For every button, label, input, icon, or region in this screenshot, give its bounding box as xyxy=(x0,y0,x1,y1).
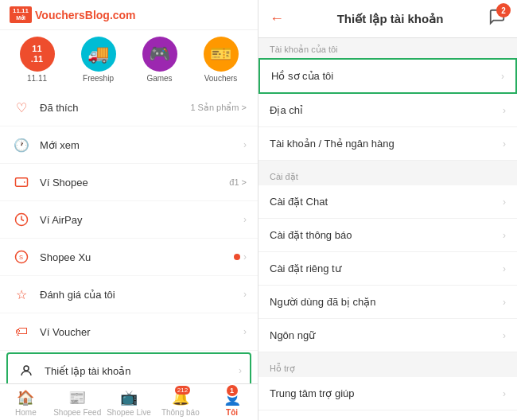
menu-rieng-tu[interactable]: Cài đặt riêng tư › xyxy=(258,252,517,286)
back-button[interactable]: ← xyxy=(270,10,284,27)
nav-live-label: Shopee Live xyxy=(107,408,151,417)
promo-1111[interactable]: 11.11 11.11 xyxy=(10,37,64,83)
promo-games-label: Games xyxy=(146,74,172,83)
nav-feed[interactable]: 📰 Shopee Feed xyxy=(52,387,103,418)
promo-freeship[interactable]: 🚚 Freeship xyxy=(71,37,126,83)
left-menu: ♡ Đã thích 1 Sản phẩm > 🕐 Mới xem › Ví S… xyxy=(0,89,258,383)
menu-vi-shopee[interactable]: Ví Shopee đ1 > xyxy=(0,164,258,201)
menu-vi-airpay[interactable]: Ví AirPay › xyxy=(0,201,258,239)
star-icon: ☆ xyxy=(11,284,32,305)
menu-moi-xem[interactable]: 🕐 Mới xem › xyxy=(0,126,258,164)
eleven-badge: 11.11 Mới xyxy=(10,6,32,23)
section-tai-khoan: Tài khoản của tôi Hồ sơ của tôi › Địa ch… xyxy=(258,38,517,161)
ngon-ngu-chevron: › xyxy=(503,330,506,341)
live-icon: 📺 xyxy=(120,389,138,406)
home-icon: 🏠 xyxy=(17,389,34,406)
right-panel: ← Thiết lập tài khoản 2 Tài khoản của tô… xyxy=(258,0,517,420)
section-cai-dat: Cài đặt Cài đặt Chat › Cài đặt thông báo… xyxy=(258,165,517,352)
thiet-lap-label: Thiết lập tài khoản xyxy=(45,365,239,377)
promo-vouchers[interactable]: 🎫 Vouchers xyxy=(193,37,248,83)
ngon-ngu-label: Ngôn ngữ xyxy=(270,329,503,341)
menu-danh-gia[interactable]: ☆ Đánh giá của tôi › xyxy=(0,276,258,313)
right-menu: Tài khoản của tôi Hồ sơ của tôi › Địa ch… xyxy=(258,38,517,420)
nav-profile-label: Tôi xyxy=(226,408,238,417)
promo-games[interactable]: 🎮 Games xyxy=(132,37,187,83)
wallet-icon xyxy=(11,172,32,192)
menu-tai-khoan-ngan-hang[interactable]: Tài khoản / Thẻ ngân hàng › xyxy=(258,127,517,161)
danh-gia-label: Đánh giá của tôi xyxy=(40,289,243,301)
cai-dat-chat-chevron: › xyxy=(503,196,506,208)
ngan-hang-chevron: › xyxy=(503,138,506,150)
dia-chi-chevron: › xyxy=(503,105,506,116)
tro-giup-chevron: › xyxy=(503,388,506,399)
nav-notification-label: Thông báo xyxy=(161,408,200,417)
menu-cai-dat-chat[interactable]: Cài đặt Chat › xyxy=(258,185,517,219)
thong-bao-chevron: › xyxy=(503,230,506,241)
section-cai-dat-header: Cài đặt xyxy=(258,165,517,185)
menu-shopee-xu[interactable]: S Shopee Xu › xyxy=(0,239,258,276)
promo-games-icon: 🎮 xyxy=(142,37,177,72)
nav-notification[interactable]: 🔔 212 Thông báo xyxy=(154,387,206,418)
airpay-icon xyxy=(11,209,32,230)
vi-shopee-right: đ1 > xyxy=(229,177,247,187)
menu-ngon-ngu[interactable]: Ngôn ngữ › xyxy=(258,319,517,352)
moi-xem-chevron: › xyxy=(243,139,247,150)
feed-icon: 📰 xyxy=(68,389,86,406)
vi-voucher-label: Ví Voucher xyxy=(40,326,243,338)
eleven-text: 11.11 xyxy=(13,8,29,14)
promo-freeship-label: Freeship xyxy=(83,74,114,83)
menu-dia-chi[interactable]: Địa chỉ › xyxy=(258,94,517,127)
shopee-xu-dot: › xyxy=(234,251,247,262)
promo-1111-icon: 11.11 xyxy=(20,37,55,72)
account-icon xyxy=(16,360,37,381)
menu-meo-thu-thuat[interactable]: Mẹo và thủ thuật › xyxy=(258,410,517,420)
moi-xem-label: Mới xem xyxy=(40,139,243,151)
thiet-lap-chevron: › xyxy=(239,365,242,376)
menu-vi-voucher[interactable]: 🏷 Ví Voucher › xyxy=(0,313,258,351)
dia-chi-label: Địa chỉ xyxy=(270,104,503,116)
profile-circle-badge: 1 xyxy=(225,383,239,398)
section-tai-khoan-header: Tài khoản của tôi xyxy=(258,38,517,58)
ho-so-chevron: › xyxy=(501,71,504,82)
cai-dat-chat-label: Cài đặt Chat xyxy=(270,196,503,208)
menu-cai-dat-thong-bao[interactable]: Cài đặt thông báo › xyxy=(258,219,517,252)
tro-giup-label: Trung tâm trợ giúp xyxy=(270,387,503,399)
rieng-tu-label: Cài đặt riêng tư xyxy=(270,262,503,274)
nav-home[interactable]: 🏠 Home xyxy=(0,387,52,418)
right-title: Thiết lập tài khoản xyxy=(292,12,488,26)
ho-so-label: Hồ sơ của tôi xyxy=(271,70,501,82)
danh-gia-chevron: › xyxy=(243,289,247,300)
vi-voucher-chevron: › xyxy=(243,326,247,337)
bottom-nav: 🏠 Home 📰 Shopee Feed 📺 Shopee Live 🔔 212… xyxy=(0,383,258,420)
menu-ho-so[interactable]: Hồ sơ của tôi › xyxy=(258,58,517,94)
vi-airpay-label: Ví AirPay xyxy=(40,214,243,226)
rieng-tu-chevron: › xyxy=(503,263,506,274)
left-header: 11.11 Mới VouchersBlog.com xyxy=(0,0,258,30)
chat-button-wrapper[interactable]: 2 xyxy=(488,8,506,29)
brand-logo: 11.11 Mới VouchersBlog.com xyxy=(10,6,136,23)
promo-vouchers-label: Vouchers xyxy=(204,74,238,83)
xu-red-dot xyxy=(234,254,240,260)
menu-da-thich[interactable]: ♡ Đã thích 1 Sản phẩm > xyxy=(0,89,258,126)
menu-thiet-lap[interactable]: Thiết lập tài khoản › xyxy=(6,352,251,383)
nav-live[interactable]: 📺 Shopee Live xyxy=(103,387,155,418)
da-thich-right: 1 Sản phẩm > xyxy=(190,103,247,113)
voucher-icon: 🏷 xyxy=(11,321,32,342)
notification-badge: 212 xyxy=(175,386,190,395)
menu-trung-tam-tro-giup[interactable]: Trung tâm trợ giúp › xyxy=(258,377,517,410)
right-header: ← Thiết lập tài khoản 2 xyxy=(258,0,517,38)
menu-nguoi-dung-bi-chan[interactable]: Người dùng đã bị chặn › xyxy=(258,286,517,319)
promo-vouchers-icon: 🎫 xyxy=(204,37,239,72)
xu-icon: S xyxy=(11,247,32,267)
vi-shopee-label: Ví Shopee xyxy=(40,177,229,189)
moi-badge: Mới xyxy=(14,14,28,21)
left-panel: 11.11 Mới VouchersBlog.com 11.11 11.11 🚚… xyxy=(0,0,258,420)
bi-chan-chevron: › xyxy=(503,297,506,308)
nav-profile[interactable]: 1 👤 Tôi xyxy=(206,387,258,418)
ngan-hang-label: Tài khoản / Thẻ ngân hàng xyxy=(270,138,503,150)
shopee-xu-label: Shopee Xu xyxy=(40,251,234,263)
bi-chan-label: Người dùng đã bị chặn xyxy=(270,296,503,308)
thong-bao-label: Cài đặt thông báo xyxy=(270,229,503,241)
brand-name: VouchersBlog.com xyxy=(35,9,136,21)
svg-text:S: S xyxy=(19,254,23,261)
